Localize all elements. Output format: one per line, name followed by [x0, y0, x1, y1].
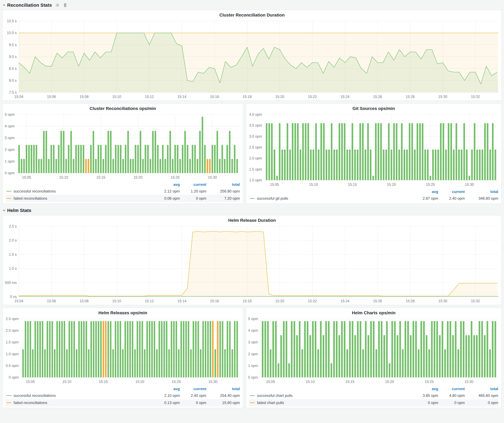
bar-successful reconciliations — [150, 159, 151, 173]
bar-successful reconciliations — [93, 131, 94, 173]
panel-title[interactable]: Helm Releases ops/min — [3, 308, 243, 316]
bar-successful chart pulls — [439, 335, 441, 377]
bar-successful chart pulls — [479, 321, 480, 377]
bar-successful reconciliations — [195, 321, 197, 377]
bar-successful reconciliations — [41, 159, 42, 173]
bar-successful chart pulls — [471, 321, 472, 377]
bar-successful git pulls — [310, 150, 312, 180]
bar-successful git pulls — [438, 150, 439, 180]
legend-series-label[interactable]: successful reconciliations — [13, 189, 56, 194]
legend-header-total[interactable]: total — [465, 189, 498, 194]
chart-cluster-reconciliations-opm[interactable]: 0 opm1 opm2 opm3 opm4 opm5 opm15:0515:10… — [3, 112, 243, 181]
bar-successful chart pulls — [354, 335, 356, 377]
legend-header-current[interactable]: current — [180, 182, 206, 187]
bar-successful reconciliations — [38, 159, 40, 173]
bar-successful reconciliations — [73, 321, 75, 377]
bar-successful chart pulls — [402, 349, 404, 377]
legend-series-label[interactable]: failed reconciliations — [13, 196, 47, 201]
svg-text:15:20: 15:20 — [275, 299, 284, 303]
legend-header-avg[interactable]: avg — [153, 182, 180, 187]
bar-successful chart pulls — [330, 363, 332, 377]
bar-successful reconciliations — [134, 349, 136, 377]
legend-values: 0.13 opm0 opm15.60 opm — [153, 400, 240, 405]
panel-title[interactable]: Git Sources ops/min — [246, 104, 501, 112]
bar-successful git pulls — [484, 123, 486, 180]
legend-series-label[interactable]: successful reconciliations — [13, 394, 56, 398]
bar-successful chart pulls — [397, 335, 398, 377]
section-header-reconciliation-stats[interactable]: Reconciliation Stats — [3, 2, 502, 8]
legend-header-current[interactable]: current — [438, 387, 465, 391]
legend-value: 0 opm — [412, 400, 438, 405]
bar-successful git pulls — [313, 150, 314, 180]
bar-successful reconciliations — [23, 159, 25, 173]
bar-successful git pulls — [479, 150, 480, 180]
section-header-helm-stats[interactable]: Helm Stats — [3, 208, 502, 213]
legend-values: 2.10 opm2.40 opm254.40 opm — [153, 394, 240, 398]
legend-cluster-reconciliations: avgcurrenttotalsuccessful reconciliation… — [3, 181, 243, 204]
bar-successful chart pulls — [338, 335, 340, 377]
legend-header-current[interactable]: current — [438, 189, 465, 194]
bar-successful reconciliations — [95, 159, 97, 173]
legend-series-label[interactable]: failed reconciliations — [13, 400, 47, 405]
legend-value: 1.20 opm — [180, 189, 206, 194]
chart-git-sources-opm[interactable]: 1.0 opm1.5 opm2.0 opm2.5 opm3.0 opm3.5 o… — [246, 112, 501, 188]
panel-title[interactable]: Cluster Reconciliation Duration — [3, 10, 501, 18]
panel-title[interactable]: Helm Charts ops/min — [246, 308, 501, 316]
bar-successful reconciliations — [71, 321, 72, 377]
series-color-marker — [6, 395, 11, 396]
bar-successful chart pulls — [323, 335, 324, 377]
bar-successful chart pulls — [476, 335, 478, 377]
bar-successful chart pulls — [328, 321, 330, 377]
chart-helm-release-duration[interactable]: 0 ns500 ms1.0 s1.5 s2.0 s2.5 s15:0415:06… — [3, 224, 501, 305]
legend-header-current[interactable]: current — [180, 387, 206, 391]
bar-successful chart pulls — [270, 349, 271, 377]
bar-failed reconciliations — [102, 321, 104, 377]
bar-successful chart pulls — [286, 321, 287, 377]
svg-text:15:30: 15:30 — [438, 95, 447, 99]
series-color-marker — [250, 198, 255, 199]
legend-git-sources: avgcurrenttotalsuccessful git pulls2.87 … — [246, 188, 501, 204]
svg-text:500 ms: 500 ms — [5, 281, 17, 285]
bar-successful reconciliations — [160, 159, 161, 173]
chart-helm-releases-opm[interactable]: 0 opm0.5 opm1.0 opm1.5 opm2.0 opm2.5 opm… — [3, 316, 243, 385]
trash-icon[interactable] — [63, 3, 67, 7]
bar-successful git pulls — [292, 123, 294, 180]
panel-cluster-reconciliations-opm: Cluster Reconciliations ops/min 0 opm1 o… — [2, 103, 243, 204]
bar-successful git pulls — [336, 150, 337, 180]
svg-text:15:30: 15:30 — [464, 380, 474, 384]
legend-values: 0 opm0 opm0 opm — [412, 400, 498, 405]
bar-successful git pulls — [266, 123, 267, 180]
bar-successful reconciliations — [207, 321, 209, 377]
bar-successful reconciliations — [171, 321, 172, 377]
legend-header-avg[interactable]: avg — [412, 387, 438, 391]
legend-header-avg[interactable]: avg — [153, 387, 180, 391]
bar-successful reconciliations — [210, 321, 211, 377]
legend-header-total[interactable]: total — [206, 387, 240, 391]
bar-successful reconciliations — [163, 321, 165, 377]
chart-helm-charts-opm[interactable]: 0 opm1 opm2 opm3 opm4 opm5 opm15:0515:10… — [246, 316, 501, 385]
legend-series-label[interactable]: successful git pulls — [257, 196, 288, 201]
bar-successful reconciliations — [146, 321, 148, 377]
panel-title[interactable]: Helm Release Duration — [3, 215, 501, 224]
chart-cluster-reconciliation-duration[interactable]: 7.5 s8.0 s8.5 s9.0 s9.5 s10.0 s10.5 s15:… — [3, 18, 501, 100]
bar-successful git pulls — [390, 150, 392, 180]
bar-successful reconciliations — [229, 321, 231, 377]
bar-successful reconciliations — [157, 145, 159, 173]
bar-successful git pulls — [341, 123, 343, 180]
legend-series-label[interactable]: failed chart pulls — [257, 400, 284, 405]
bar-successful reconciliations — [129, 321, 131, 377]
svg-text:1.0 opm: 1.0 opm — [249, 178, 262, 182]
bar-successful chart pulls — [450, 321, 451, 377]
bar-successful git pulls — [495, 150, 496, 180]
legend-header-total[interactable]: total — [206, 182, 240, 187]
legend-series-label[interactable]: successful chart pulls — [257, 394, 293, 398]
bar-successful reconciliations — [154, 321, 155, 377]
legend-header-avg[interactable]: avg — [412, 189, 438, 194]
gear-icon[interactable] — [55, 3, 60, 7]
legend-header-total[interactable]: total — [465, 387, 498, 391]
bar-successful reconciliations — [56, 321, 58, 377]
svg-text:15:12: 15:12 — [145, 95, 154, 99]
bar-successful reconciliations — [25, 321, 26, 377]
svg-text:15:22: 15:22 — [308, 95, 317, 99]
panel-title[interactable]: Cluster Reconciliations ops/min — [3, 104, 243, 112]
